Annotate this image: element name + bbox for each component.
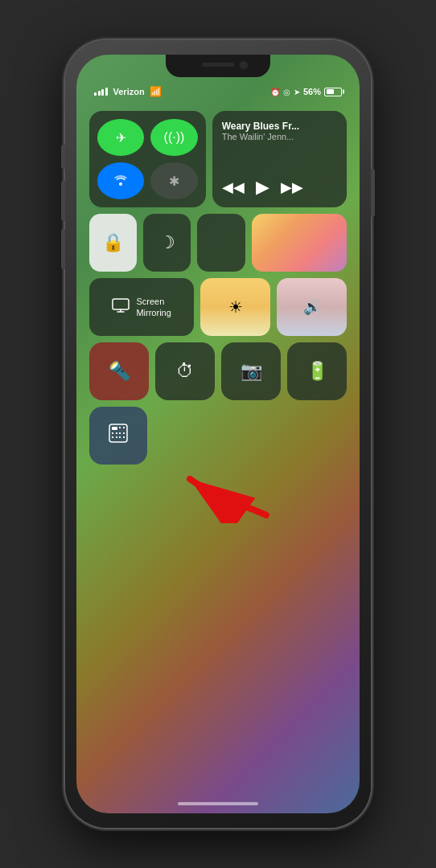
arrow-container xyxy=(89,471,347,519)
battery-container xyxy=(324,88,342,96)
music-panel[interactable]: Weary Blues Fr... The Wailin' Jenn... ◀◀… xyxy=(212,111,347,207)
airplane-mode-button[interactable]: ✈ xyxy=(97,119,144,156)
volume-down-button[interactable] xyxy=(61,229,65,269)
svg-rect-12 xyxy=(123,436,125,438)
prev-track-button[interactable]: ◀◀ xyxy=(222,178,245,196)
airplane-icon: ✈ xyxy=(116,130,126,145)
next-track-button[interactable]: ▶▶ xyxy=(281,178,303,196)
music-artist: The Wailin' Jenn... xyxy=(222,132,337,141)
screen-mirror-icon xyxy=(112,298,130,317)
brightness-slider[interactable]: ☀ xyxy=(200,278,270,336)
signal-bar-3 xyxy=(101,89,104,96)
rotation-lock-icon: 🔒 xyxy=(102,232,124,253)
svg-rect-10 xyxy=(116,436,117,438)
wifi-button[interactable] xyxy=(97,162,144,199)
screen-mirroring-button[interactable]: Screen Mirroring xyxy=(89,278,194,336)
volume-up-button[interactable] xyxy=(61,181,65,221)
battery-icon xyxy=(324,88,342,96)
moon-icon: ☽ xyxy=(159,232,175,253)
row-modes: 🔒 ☽ xyxy=(89,214,347,272)
play-pause-button[interactable]: ▶ xyxy=(256,177,269,198)
bluetooth-icon: ✱ xyxy=(169,174,179,189)
signal-bar-1 xyxy=(94,92,97,96)
alarm-icon: ⏰ xyxy=(270,88,280,96)
location-icon: ◎ xyxy=(283,88,290,96)
calculator-icon xyxy=(107,422,130,449)
night-mode-button[interactable]: ☽ xyxy=(143,214,191,272)
cellular-button[interactable]: ((·)) xyxy=(150,119,197,156)
screen-mirror-label: Screen Mirroring xyxy=(136,296,171,319)
battery-percent-label: 56% xyxy=(303,87,321,96)
svg-rect-8 xyxy=(123,432,125,434)
wifi-status-icon: 📶 xyxy=(150,86,162,97)
flashlight-button[interactable]: 🔦 xyxy=(89,342,149,400)
wifi-icon xyxy=(113,173,129,189)
brightness-icon: ☀ xyxy=(228,297,243,317)
timer-button[interactable]: ⏱ xyxy=(155,342,215,400)
power-button[interactable] xyxy=(371,169,375,217)
phone-screen: Verizon 📶 ⏰ ◎ ➤ 56% ✈ xyxy=(76,55,360,813)
svg-rect-6 xyxy=(116,432,117,434)
phone-frame: Verizon 📶 ⏰ ◎ ➤ 56% ✈ xyxy=(65,40,371,828)
status-right: ⏰ ◎ ➤ 56% xyxy=(270,87,342,96)
home-indicator[interactable] xyxy=(178,802,258,805)
svg-rect-11 xyxy=(119,436,121,438)
front-camera xyxy=(240,61,248,69)
volume-slider[interactable]: 🔊 xyxy=(277,278,347,336)
svg-rect-0 xyxy=(113,299,129,309)
rotation-lock-button[interactable]: 🔒 xyxy=(89,214,137,272)
status-bar: Verizon 📶 ⏰ ◎ ➤ 56% xyxy=(76,77,360,106)
volume-icon: 🔊 xyxy=(303,298,321,316)
cellular-icon: ((·)) xyxy=(164,130,185,145)
mute-button[interactable] xyxy=(61,145,65,169)
red-arrow xyxy=(154,467,282,523)
row-utilities: 🔦 ⏱ 📷 🔋 xyxy=(89,342,347,400)
bluetooth-button[interactable]: ✱ xyxy=(150,162,197,199)
battery-saver-icon: 🔋 xyxy=(306,361,328,382)
speaker xyxy=(202,63,234,67)
svg-rect-5 xyxy=(112,432,113,434)
music-info: Weary Blues Fr... The Wailin' Jenn... xyxy=(222,121,337,141)
row-connectivity-music: ✈ ((·)) xyxy=(89,111,347,207)
svg-rect-7 xyxy=(119,432,121,434)
row-calculator xyxy=(89,407,347,465)
svg-rect-9 xyxy=(112,436,113,438)
status-left: Verizon 📶 xyxy=(94,86,162,97)
battery-saver-button[interactable]: 🔋 xyxy=(287,342,347,400)
camera-button[interactable]: 📷 xyxy=(221,342,281,400)
svg-rect-3 xyxy=(119,427,121,428)
flashlight-icon: 🔦 xyxy=(109,361,130,382)
do-not-disturb-button[interactable] xyxy=(252,214,347,272)
signal-bar-4 xyxy=(105,88,108,96)
control-center: ✈ ((·)) xyxy=(89,111,347,781)
connectivity-panel: ✈ ((·)) xyxy=(89,111,206,207)
empty-button[interactable] xyxy=(197,214,245,272)
signal-bar-2 xyxy=(98,91,101,96)
direction-icon: ➤ xyxy=(294,88,300,96)
row-screen-brightness-volume: Screen Mirroring ☀ 🔊 xyxy=(89,278,347,336)
notch xyxy=(166,55,270,77)
music-title: Weary Blues Fr... xyxy=(222,121,337,132)
camera-icon: 📷 xyxy=(241,361,262,382)
carrier-label: Verizon xyxy=(113,87,145,96)
timer-icon: ⏱ xyxy=(176,361,194,382)
svg-rect-4 xyxy=(123,427,125,428)
signal-bars xyxy=(94,88,108,96)
svg-rect-2 xyxy=(112,427,117,430)
calculator-button[interactable] xyxy=(89,407,147,465)
music-controls: ◀◀ ▶ ▶▶ xyxy=(222,177,337,198)
battery-fill xyxy=(327,89,335,94)
